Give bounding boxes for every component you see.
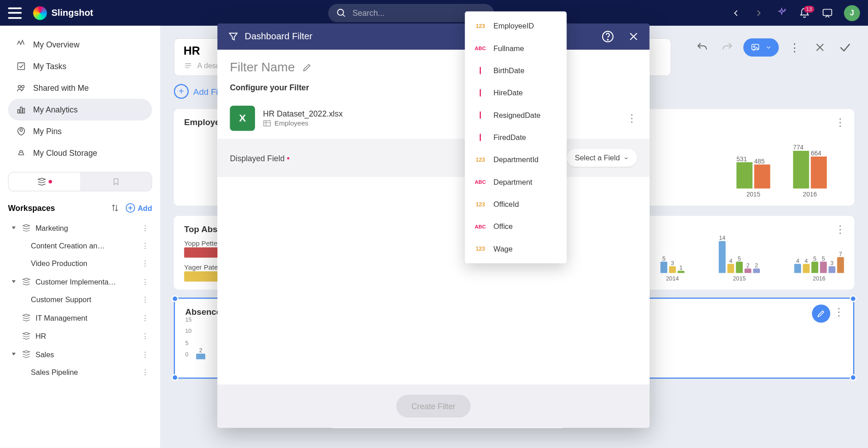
pencil-icon[interactable] [302,62,312,73]
topbar: Slingshot 13 J [0,0,868,26]
nav-item-my-analytics[interactable]: My Analytics [8,99,152,121]
field-option-resigneddate[interactable]: ResignedDate [465,104,566,126]
configure-label: Configure your Filter [217,79,650,98]
chevron-down-icon [623,155,629,161]
add-workspace-button[interactable]: Add [125,203,152,213]
workspaces-label: Workspaces [8,203,55,212]
workspace-subitem[interactable]: Customer Support⋮ [8,291,152,308]
chat-icon[interactable] [821,7,834,19]
pink-dot-icon [49,180,52,183]
type-date-icon [474,67,487,74]
close-button[interactable] [811,38,829,56]
nav-forward-icon[interactable] [752,7,765,19]
svg-rect-7 [18,110,19,113]
bell-icon[interactable]: 13 [798,7,811,19]
item-menu[interactable]: ⋮ [141,313,150,322]
view-toggle-stacks[interactable] [9,173,80,191]
type-date-icon [474,134,487,140]
item-menu[interactable]: ⋮ [141,242,150,250]
svg-point-6 [22,85,24,88]
field-option-employeeid[interactable]: 123EmployeeID [465,15,566,37]
card-menu-button[interactable]: ⋮ [835,116,845,129]
view-toggle[interactable] [8,172,152,191]
field-option-officeid[interactable]: 123OfficeId [465,193,566,215]
field-option-departmentid[interactable]: 123DepartmentId [465,149,566,171]
svg-point-0 [338,9,344,15]
view-toggle-bookmarks[interactable] [80,173,151,191]
nav-icon [16,39,26,50]
field-option-office[interactable]: ABCOffice [465,215,566,238]
item-menu[interactable]: ⋮ [141,259,150,268]
type-abc-icon: ABC [474,179,487,185]
nav-item-my-pins[interactable]: My Pins [8,121,152,142]
brand-name: Slingshot [52,8,93,18]
nav-icon [16,148,26,159]
edit-card-button[interactable] [812,304,830,322]
notification-badge: 13 [804,5,814,12]
select-field-button[interactable]: Select a Field [567,149,637,167]
workspace-item[interactable]: Sales⋮ [8,345,152,363]
item-menu[interactable]: ⋮ [141,331,150,340]
theme-chip[interactable] [743,38,778,56]
stack-icon [22,331,31,341]
sort-icon[interactable] [110,203,119,212]
field-option-wage[interactable]: 123Wage [465,238,566,260]
list-item: Yager Patel [184,263,219,271]
stack-icon [22,313,31,322]
svg-rect-4 [18,63,24,70]
card-menu-button[interactable]: ⋮ [834,306,844,318]
workspace-subitem[interactable]: Sales Pipeline⋮ [8,363,152,381]
field-option-birthdate[interactable]: BirthDate [465,60,566,82]
close-icon[interactable] [628,31,639,42]
nav-back-icon[interactable] [730,7,742,19]
workspace-subitem[interactable]: Video Production⋮ [8,255,152,272]
row-menu-button[interactable]: ⋮ [627,112,637,125]
hamburger-icon[interactable] [8,7,22,19]
sparkle-icon[interactable] [775,7,788,19]
brand[interactable]: Slingshot [33,6,93,19]
workspaces-header: Workspaces Add [8,203,152,213]
item-menu[interactable]: ⋮ [141,224,150,232]
workspace-subitem[interactable]: Content Creation an…⋮ [8,237,152,255]
field-option-fullname[interactable]: ABCFullname [465,37,566,59]
field-dropdown: 123EmployeeIDABCFullnameBirthDateHireDat… [465,11,566,263]
nav-icon [16,126,26,137]
workspace-item[interactable]: Marketing⋮ [8,219,152,237]
svg-rect-9 [23,108,25,113]
item-menu[interactable]: ⋮ [141,350,150,359]
confirm-button[interactable] [836,38,854,56]
caret-icon [10,351,17,357]
workspace-item[interactable]: HR⋮ [8,327,152,345]
svg-rect-8 [20,107,22,113]
stack-icon [22,224,31,233]
workspace-item[interactable]: IT Management⋮ [8,308,152,327]
redo-button[interactable] [718,38,736,56]
avatar[interactable]: J [844,5,860,21]
stack-icon [22,350,31,359]
nav-item-shared-with-me[interactable]: Shared with Me [8,77,152,99]
field-option-hiredate[interactable]: HireDate [465,82,566,104]
svg-marker-15 [12,280,15,283]
type-abc-icon: ABC [474,224,487,229]
datasource-row[interactable]: X HR Dataset_2022.xlsx Employees ⋮ [217,98,650,139]
modal-footer: Create Filter [217,384,650,428]
help-icon[interactable] [602,30,614,43]
svg-rect-3 [823,9,832,15]
item-menu[interactable]: ⋮ [141,368,150,377]
filter-icon [227,31,239,42]
workspace-item[interactable]: Customer Implementa…⋮ [8,272,152,290]
undo-button[interactable] [693,38,711,56]
nav-item-my-cloud-storage[interactable]: My Cloud Storage [8,142,152,164]
card-menu-button[interactable]: ⋮ [835,223,845,235]
item-menu[interactable]: ⋮ [141,295,150,304]
create-filter-button[interactable]: Create Filter [396,395,470,418]
sidebar: My OverviewMy TasksShared with MeMy Anal… [0,26,160,448]
nav-item-my-tasks[interactable]: My Tasks [8,56,152,77]
more-button[interactable]: ⋮ [786,38,804,56]
filter-name-input[interactable]: Filter Name [230,60,295,75]
table-icon [263,120,271,127]
item-menu[interactable]: ⋮ [141,277,150,286]
field-option-fireddate[interactable]: FiredDate [465,126,566,149]
nav-item-my-overview[interactable]: My Overview [8,34,152,56]
field-option-department[interactable]: ABCDepartment [465,171,566,193]
